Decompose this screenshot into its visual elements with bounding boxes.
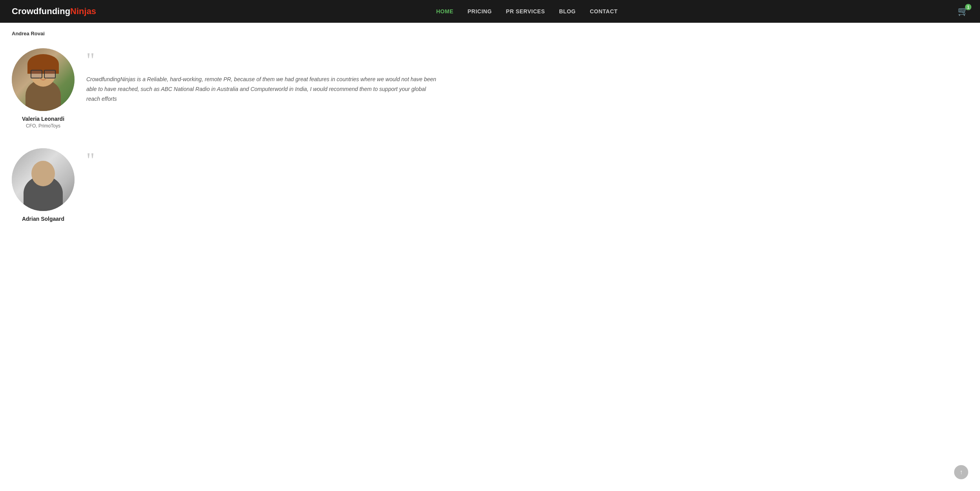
avatar-valeria-bg	[12, 48, 75, 111]
avatar-smile	[39, 76, 47, 80]
cart-badge: 1	[965, 4, 971, 10]
testimonial-right: "	[86, 148, 459, 175]
testimonial-left: Adrian Solgaard	[12, 148, 75, 222]
testimonial-item: Valeria Leonardi CFO, PrimoToys " Crowdf…	[12, 48, 459, 129]
testimonial-right: " CrowdfundingNinjas is a Reliable, hard…	[86, 48, 459, 104]
nav-blog[interactable]: BLOG	[559, 8, 576, 15]
avatar	[12, 48, 75, 111]
nav-pricing[interactable]: PRICING	[468, 8, 492, 15]
testimonial-item: Adrian Solgaard "	[12, 148, 459, 222]
person-name: Valeria Leonardi	[22, 116, 64, 122]
person-title: CFO, PrimoToys	[26, 123, 60, 129]
quote-text: CrowdfundingNinjas is a Reliable, hard-w…	[86, 75, 439, 104]
quote-mark: "	[86, 150, 459, 171]
brand-logo[interactable]: Crowdfunding Ninjas	[12, 6, 96, 16]
brand-ninjas: Ninjas	[70, 6, 96, 16]
cart-button[interactable]: 🛒 1	[958, 6, 968, 16]
nav-links: HOME PRICING PR SERVICES BLOG CONTACT	[436, 8, 618, 15]
nav-pr-services[interactable]: PR SERVICES	[506, 8, 545, 15]
nav-contact[interactable]: CONTACT	[590, 8, 618, 15]
section-label: Andrea Rovai	[12, 31, 459, 36]
page-content: Andrea Rovai Valeria Leonardi CFO, Primo…	[0, 23, 471, 265]
brand-crowdfunding: Crowdfunding	[12, 6, 70, 16]
navbar: Crowdfunding Ninjas HOME PRICING PR SERV…	[0, 0, 980, 23]
nav-home[interactable]: HOME	[436, 8, 454, 15]
quote-mark: "	[86, 50, 459, 71]
avatar	[12, 148, 75, 211]
person-name: Adrian Solgaard	[22, 216, 64, 222]
avatar-adrian-bg	[12, 148, 75, 211]
testimonial-left: Valeria Leonardi CFO, PrimoToys	[12, 48, 75, 129]
avatar-glasses	[31, 70, 56, 77]
